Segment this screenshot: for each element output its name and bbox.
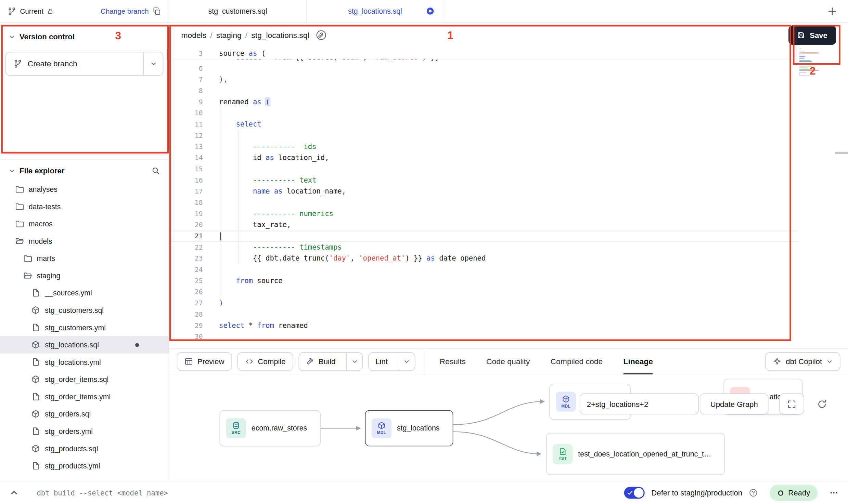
refresh-button[interactable] <box>811 393 833 414</box>
breadcrumb-item[interactable]: stg_locations.sql <box>251 31 309 39</box>
chevron-down-icon <box>150 61 157 67</box>
breadcrumb-item[interactable]: models <box>181 31 206 39</box>
panel-tab-lineage[interactable]: Lineage <box>623 349 653 374</box>
git-branch-icon <box>14 59 22 68</box>
chevron-down-icon <box>9 34 15 40</box>
file-explorer-header[interactable]: File explorer <box>0 160 169 181</box>
editor-tab-stg_customers.sql[interactable]: stg_customers.sql <box>169 0 307 22</box>
help-icon[interactable] <box>749 489 757 497</box>
editor-tab-stg_locations.sql[interactable]: stg_locations.sql <box>307 0 444 22</box>
file-tree-item-stg_customers.sql[interactable]: stg_customers.sql <box>0 302 169 319</box>
compile-button[interactable]: Compile <box>237 352 293 371</box>
code-line-6[interactable]: 6 <box>169 63 798 74</box>
panel-tab-code-quality[interactable]: Code quality <box>486 349 530 374</box>
file-tree-item-analyses[interactable]: analyses <box>0 181 169 198</box>
file-name: stg_customers.sql <box>45 306 104 314</box>
file-tree-item-data-tests[interactable]: data-tests <box>0 198 169 215</box>
search-icon[interactable] <box>151 167 160 175</box>
code-line-19[interactable]: 19 ---------- numerics <box>169 208 798 220</box>
code-line-23[interactable]: 23 {{ dbt.date_trunc('day', 'opened_at')… <box>169 253 798 264</box>
code-line-20[interactable]: 20 tax_rate, <box>169 220 798 231</box>
ring-icon <box>777 489 784 496</box>
lint-button[interactable]: Lint <box>369 353 394 370</box>
code-line-7[interactable]: 7), <box>169 74 798 85</box>
lint-dropdown[interactable] <box>398 353 414 370</box>
status-ready-badge[interactable]: Ready <box>769 485 818 501</box>
chevron-up-icon[interactable] <box>10 489 18 497</box>
code-line-13[interactable]: 13 ---------- ids <box>169 141 798 152</box>
file-tree-item-stg_orders.yml[interactable]: stg_orders.yml <box>0 423 169 440</box>
version-control-header[interactable]: Version control <box>5 30 163 43</box>
code-line-22[interactable]: 22 ---------- timestamps <box>169 242 798 253</box>
editor-minimap[interactable] <box>799 49 821 77</box>
file-name: __sources.yml <box>45 289 92 297</box>
file-tree-item-stg_locations.sql[interactable]: stg_locations.sql <box>0 336 169 354</box>
code-line-26[interactable]: 26 <box>169 287 798 298</box>
lineage-selector-input[interactable] <box>580 393 699 414</box>
copy-icon[interactable] <box>153 7 161 15</box>
build-dropdown[interactable] <box>346 353 362 370</box>
code-line-partial[interactable]: select * from {{ source('ecom', 'raw_sto… <box>169 59 798 63</box>
code-line-16[interactable]: 16 ---------- text <box>169 175 798 186</box>
code-line-30[interactable]: 30 <box>169 331 798 343</box>
code-line-17[interactable]: 17 name as location_name, <box>169 186 798 197</box>
editor-tabs: stg_customers.sqlstg_locations.sql <box>169 0 444 22</box>
code-area[interactable]: select * from {{ source('ecom', 'raw_sto… <box>169 59 798 348</box>
file-tree-item-stg_orders.sql[interactable]: stg_orders.sql <box>0 405 169 423</box>
preview-button[interactable]: Preview <box>177 352 232 371</box>
cli-command[interactable]: dbt build --select <model_name> <box>37 489 168 497</box>
update-graph-button[interactable]: Update Graph <box>700 393 769 414</box>
code-line-11[interactable]: 11 select <box>169 119 798 130</box>
file-tree-item-models[interactable]: models <box>0 233 169 250</box>
code-line-21[interactable]: 21 <box>169 231 798 242</box>
code-line-15[interactable]: 15 <box>169 164 798 175</box>
lineage-node-test[interactable]: TST test_does_location_opened_at_trunc_t… <box>546 433 724 475</box>
create-branch-button[interactable]: Create branch <box>6 52 143 75</box>
breadcrumb-item[interactable]: staging <box>216 31 242 39</box>
line-number: 25 <box>169 276 203 287</box>
code-editor[interactable]: 3source as ( select * from {{ source('ec… <box>169 48 848 348</box>
code-line-18[interactable]: 18 <box>169 197 798 209</box>
code-line-9[interactable]: 9renamed as ( <box>169 96 798 108</box>
file-tree-item-macros[interactable]: macros <box>0 215 169 233</box>
code-line-10[interactable]: 10 <box>169 108 798 119</box>
code-line-25[interactable]: 25 from source <box>169 276 798 287</box>
code-line-29[interactable]: 29select * from renamed <box>169 320 798 331</box>
code-line-24[interactable]: 24 <box>169 264 798 276</box>
create-branch-dropdown[interactable] <box>143 52 163 75</box>
file-tree-item-stg_products.sql[interactable]: stg_products.sql <box>0 440 169 457</box>
chevron-down-icon <box>403 358 410 365</box>
file-tree-item-stg_products.yml[interactable]: stg_products.yml <box>0 457 169 475</box>
lineage-node-source[interactable]: SRC ecom.raw_stores <box>220 410 321 446</box>
file-tree-item-__sources.yml[interactable]: __sources.yml <box>0 284 169 302</box>
line-number: 27 <box>169 298 203 309</box>
code-line-28[interactable]: 28 <box>169 309 798 320</box>
scrollbar-thumb[interactable] <box>835 152 848 154</box>
lineage-canvas[interactable]: SRC ecom.raw_stores MDL stg_locations <box>169 374 848 481</box>
new-tab-plus-icon[interactable] <box>827 6 837 16</box>
ellipsis-menu-icon[interactable] <box>830 489 838 497</box>
line-number: 19 <box>169 208 203 220</box>
panel-tab-results[interactable]: Results <box>440 349 466 374</box>
code-line-27[interactable]: 27) <box>169 298 798 309</box>
code-line-8[interactable]: 8 <box>169 85 798 97</box>
file-tree-item-stg_customers.yml[interactable]: stg_customers.yml <box>0 319 169 336</box>
editor-pane: models/staging/stg_locations.sql Save 3s… <box>169 23 848 481</box>
file-tree-item-stg_order_items.yml[interactable]: stg_order_items.yml <box>0 388 169 406</box>
code-line-12[interactable]: 12 <box>169 130 798 142</box>
file-tree-item-staging[interactable]: staging <box>0 267 169 284</box>
file-tree-item-stg_order_items.sql[interactable]: stg_order_items.sql <box>0 371 169 388</box>
build-button[interactable]: Build <box>299 353 342 370</box>
code-line-14[interactable]: 14 id as location_id, <box>169 152 798 164</box>
panel-tab-compiled-code[interactable]: Compiled code <box>550 349 603 374</box>
lineage-node-stg-locations[interactable]: MDL stg_locations <box>365 410 453 446</box>
copy-link-icon[interactable] <box>316 30 327 41</box>
save-button[interactable]: Save <box>789 25 836 45</box>
file-tree-item-marts[interactable]: marts <box>0 250 169 267</box>
sticky-scroll-line[interactable]: 3source as ( <box>169 48 798 59</box>
defer-toggle[interactable] <box>624 487 645 499</box>
file-tree-item-stg_locations.yml[interactable]: stg_locations.yml <box>0 354 169 371</box>
change-branch-link[interactable]: Change branch <box>101 7 149 15</box>
fullscreen-button[interactable] <box>779 393 804 414</box>
dbt-copilot-button[interactable]: dbt Copilot <box>765 352 840 371</box>
